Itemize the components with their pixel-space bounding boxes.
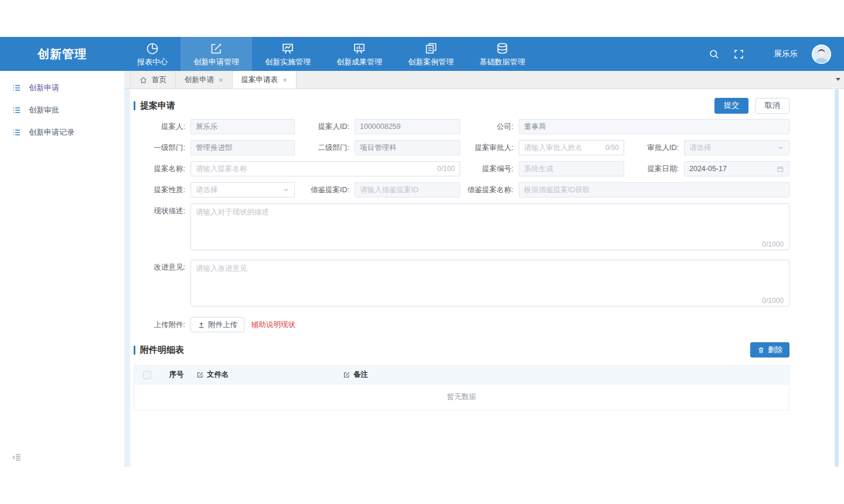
list-menu-icon xyxy=(12,128,21,137)
proposal-name-input[interactable] xyxy=(196,165,434,173)
delete-button[interactable]: 删除 xyxy=(750,342,789,357)
tab-label: 首页 xyxy=(152,75,166,85)
form-row: 一级部门: 二级部门: 提案审批人: 0/50 审批人 xyxy=(134,140,789,155)
form-section-header: 提案申请 xyxy=(134,100,175,111)
proposal-no-input xyxy=(524,165,619,173)
sidebar-item-label: 创新申请记录 xyxy=(29,127,74,138)
proposal-no-label: 提案编号: xyxy=(460,161,519,176)
upload-label: 上传附件: xyxy=(134,317,190,332)
tab-innovation-application[interactable]: 创新申请 × xyxy=(176,71,233,88)
user-avatar[interactable] xyxy=(812,45,831,64)
nav-item-basic-data[interactable]: 基础数据管理 xyxy=(467,37,538,71)
ref-proposal-name-input xyxy=(524,186,784,194)
dept1-field xyxy=(190,140,295,155)
proposer-field xyxy=(190,119,295,134)
nav-item-report-center[interactable]: 报表中心 xyxy=(124,37,181,71)
nav-item-innovation-implementation[interactable]: 创新实施管理 xyxy=(252,37,324,71)
chevron-down-icon xyxy=(777,144,784,151)
tab-label: 提案申请表 xyxy=(241,75,278,85)
content-scrollbar[interactable] xyxy=(835,89,839,467)
attachments-table-header: 序号 文件名 xyxy=(134,366,789,384)
nav-item-label: 基础数据管理 xyxy=(479,57,525,67)
list-menu-icon xyxy=(12,83,21,93)
upload-button-label: 附件上传 xyxy=(208,320,237,330)
dept2-field xyxy=(355,140,460,155)
nav-item-label: 创新成果管理 xyxy=(336,57,382,67)
close-icon[interactable]: × xyxy=(283,76,287,84)
ref-proposal-id-label: 借鉴提案ID: xyxy=(295,182,355,197)
attachments-table: 序号 文件名 xyxy=(134,365,789,410)
proposal-no-field xyxy=(519,161,624,176)
attachment-upload-button[interactable]: 附件上传 xyxy=(190,317,244,332)
company-input xyxy=(524,122,784,131)
proposer-input xyxy=(196,122,290,131)
proposer-label: 提案人: xyxy=(134,119,190,134)
approver-field[interactable]: 0/50 xyxy=(519,140,624,155)
edit-square-icon xyxy=(209,41,223,56)
section-accent-bar xyxy=(134,101,135,110)
proposal-name-field[interactable]: 0/100 xyxy=(190,161,460,176)
improvement-label: 改进意见: xyxy=(134,260,190,275)
upload-hint-text: 辅助说明现状 xyxy=(251,320,295,330)
home-icon xyxy=(139,76,147,84)
improvement-textarea[interactable] xyxy=(190,260,789,307)
proposal-form-panel: 提案申请 提交 取消 提案人: 提案人ID: xyxy=(130,89,835,467)
nav-item-innovation-results[interactable]: 创新成果管理 xyxy=(324,37,395,71)
nav-item-label: 创新案例管理 xyxy=(408,57,454,67)
search-icon[interactable] xyxy=(709,49,720,60)
close-icon[interactable]: × xyxy=(219,76,223,84)
form-row: 上传附件: 附件上传 辅助说明现状 xyxy=(134,317,789,332)
ref-proposal-name-label: 借鉴提案名称: xyxy=(460,182,519,197)
select-all-checkbox[interactable] xyxy=(143,371,151,379)
improvement-field: 0/1000 xyxy=(190,260,789,309)
nav-item-innovation-application[interactable]: 创新申请管理 xyxy=(181,37,252,71)
current-desc-textarea[interactable] xyxy=(190,203,789,250)
trash-icon xyxy=(757,346,765,354)
sidebar-collapse-icon[interactable] xyxy=(12,452,22,462)
approver-char-counter: 0/50 xyxy=(605,144,619,152)
index-column-header: 序号 xyxy=(160,370,193,380)
ref-proposal-id-input xyxy=(360,186,455,194)
form-row: 改进意见: 0/1000 xyxy=(134,260,789,309)
current-desc-field: 0/1000 xyxy=(190,203,789,253)
dept1-label: 一级部门: xyxy=(134,140,190,155)
table-empty-state: 暂无数据 xyxy=(134,384,789,410)
top-white-band xyxy=(0,0,844,37)
proposal-nature-label: 提案性质: xyxy=(134,182,190,197)
upload-icon xyxy=(198,321,205,329)
edit-pencil-icon xyxy=(343,371,350,379)
approver-input[interactable] xyxy=(524,144,602,152)
tab-overflow-chevron-down-icon[interactable] xyxy=(836,78,840,81)
proposal-date-field: 2024-05-17 xyxy=(684,161,789,176)
fullscreen-icon[interactable] xyxy=(734,49,744,59)
nav-item-innovation-cases[interactable]: 创新案例管理 xyxy=(395,37,467,71)
submit-button[interactable]: 提交 xyxy=(714,98,748,114)
proposal-name-label: 提案名称: xyxy=(134,161,190,176)
company-label: 公司: xyxy=(460,119,519,134)
sidebar-item-application-records[interactable]: 创新申请记录 xyxy=(0,121,124,144)
tab-proposal-application-form[interactable]: 提案申请表 × xyxy=(233,71,297,88)
app-window: 创新管理 报表中心 创新申请管理 xyxy=(0,0,844,504)
approver-id-select[interactable]: 请选择 xyxy=(684,140,789,155)
sidebar-item-innovation-approval[interactable]: 创新审批 xyxy=(0,99,124,121)
tab-home[interactable]: 首页 xyxy=(130,71,176,88)
presentation-line-chart-icon xyxy=(281,41,295,56)
sidebar-item-innovation-application[interactable]: 创新申请 xyxy=(0,77,124,99)
ref-proposal-name-field xyxy=(519,182,789,197)
current-desc-char-counter: 0/1000 xyxy=(762,240,784,248)
main-area: 首页 创新申请 × 提案申请表 × xyxy=(124,71,844,467)
current-user-name[interactable]: 展乐乐 xyxy=(774,49,798,59)
approver-id-label: 审批人ID: xyxy=(624,140,684,155)
cancel-button[interactable]: 取消 xyxy=(755,98,789,114)
content-left-gutter xyxy=(124,89,130,467)
database-icon xyxy=(495,41,509,56)
proposal-nature-placeholder: 请选择 xyxy=(196,185,218,195)
company-field xyxy=(519,119,789,134)
dept2-input xyxy=(360,144,455,152)
form-row: 提案人: 提案人ID: 公司: xyxy=(134,119,789,134)
improvement-char-counter: 0/1000 xyxy=(762,297,784,305)
ref-proposal-id-field xyxy=(355,182,460,197)
proposal-date-label: 提案日期: xyxy=(624,161,684,176)
proposal-nature-select[interactable]: 请选择 xyxy=(190,182,295,197)
form-row: 现状描述: 0/1000 xyxy=(134,203,789,253)
